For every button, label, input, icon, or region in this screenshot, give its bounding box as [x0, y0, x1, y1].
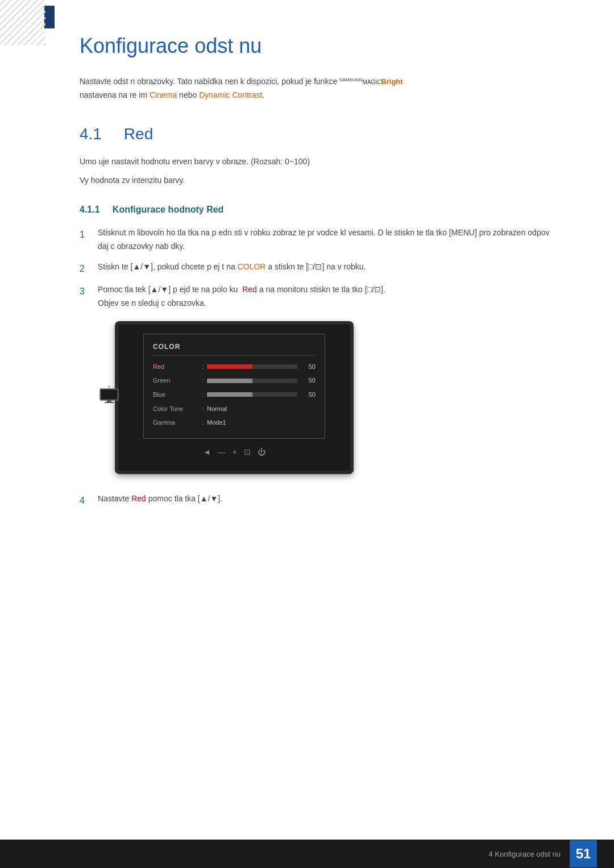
osd-value-green: 50: [302, 375, 316, 386]
svg-point-4: [108, 385, 110, 388]
section-title: Red: [124, 125, 153, 143]
footer-section-label: 4 Konfigurace odst nu: [489, 850, 561, 858]
monitor-screen: COLOR Red : 50: [118, 325, 350, 471]
cinema-label: Cinema: [150, 90, 177, 99]
section-desc2: Vy hodnota zv intenzitu barvy.: [80, 173, 534, 188]
red-ref: Red: [242, 285, 257, 294]
osd-bar-blue-container: [207, 392, 297, 397]
osd-value-gamma: Mode1: [207, 417, 226, 428]
monitor-icon: [98, 384, 121, 412]
osd-panel: COLOR Red : 50: [143, 334, 325, 439]
osd-bar-green: [207, 379, 252, 383]
step-2: 2 Stiskn te [▲/▼], pokud chcete p ej t n…: [80, 260, 557, 276]
step-1-num: 1: [80, 227, 91, 242]
steps-list: 1 Stisknut m libovoln ho tla tka na p ed…: [80, 226, 557, 508]
control-power: ⏻: [258, 446, 265, 459]
footer-page-number: 51: [570, 840, 597, 867]
step-1-text: Stisknut m libovoln ho tla tka na p edn …: [98, 226, 557, 254]
intro-text-part1: Nastavte odst n obrazovky. Tato nabídka …: [80, 77, 337, 86]
osd-value-color-tone: Normal: [207, 404, 227, 414]
osd-label-color-tone: Color Tone: [153, 404, 198, 414]
section-heading: 4.1 Red: [80, 125, 557, 143]
osd-screenshot-container: COLOR Red : 50: [115, 321, 354, 474]
intro-paragraph: Nastavte odst n obrazovky. Tato nabídka …: [80, 75, 546, 102]
step-3-text: Pomoc tla tek [▲/▼] p ejd te na polo ku …: [98, 283, 557, 485]
svg-rect-2: [107, 400, 111, 402]
osd-label-blue: Blue: [153, 389, 198, 400]
color-ref: COLOR: [238, 262, 266, 271]
page-title: Konfigurace odst nu: [80, 34, 557, 58]
intro-conjunction: nebo: [179, 90, 199, 99]
osd-row-green: Green : 50: [153, 375, 316, 386]
control-plus: +: [233, 446, 237, 459]
step-4: 4 Nastavte Red pomoc tla tka [▲/▼].: [80, 492, 557, 508]
osd-value-red: 50: [302, 362, 316, 372]
step-1: 1 Stisknut m libovoln ho tla tka na p ed…: [80, 226, 557, 254]
osd-bar-red-container: [207, 364, 297, 369]
osd-bar-red: [207, 364, 252, 369]
control-minus: —: [218, 446, 226, 459]
monitor-controls: ◄ — + ⊡ ⏻: [127, 443, 341, 462]
step-3-num: 3: [80, 284, 91, 299]
subsection-title-text: Konfigurace hodnoty Red: [113, 205, 224, 214]
osd-label-gamma: Gamma: [153, 417, 198, 428]
svg-rect-3: [105, 402, 114, 403]
samsung-magic-bright: SAMSUNGMAGICBright: [339, 78, 403, 85]
step-4-num: 4: [80, 493, 91, 508]
footer: 4 Konfigurace odst nu 51: [0, 840, 614, 868]
dynamic-contrast-label: Dynamic Contrast: [199, 90, 262, 99]
osd-bar-blue: [207, 392, 252, 397]
intro-end: .: [262, 90, 264, 99]
osd-label-green: Green: [153, 375, 198, 386]
step-3: 3 Pomoc tla tek [▲/▼] p ejd te na polo k…: [80, 283, 557, 485]
svg-rect-1: [101, 390, 117, 399]
subsection-number: 4.1.1: [80, 205, 100, 214]
control-left: ◄: [203, 446, 211, 459]
osd-label-red: Red: [153, 362, 198, 372]
osd-row-red: Red : 50: [153, 362, 316, 372]
osd-bar-green-container: [207, 379, 297, 383]
section-number: 4.1: [80, 125, 102, 143]
red-ref-2: Red: [131, 494, 146, 503]
osd-row-gamma: Gamma : Mode1: [153, 417, 316, 428]
osd-row-color-tone: Color Tone : Normal: [153, 404, 316, 414]
step-2-text: Stiskn te [▲/▼], pokud chcete p ej t na …: [98, 260, 557, 274]
monitor-bezel: COLOR Red : 50: [115, 321, 354, 474]
osd-row-blue: Blue : 50: [153, 389, 316, 400]
osd-value-blue: 50: [302, 389, 316, 400]
intro-text-part2: nastavena na re im: [80, 90, 147, 99]
step-4-text: Nastavte Red pomoc tla tka [▲/▼].: [98, 492, 557, 506]
subsection-heading: 4.1.1 Konfigurace hodnoty Red: [80, 205, 557, 215]
osd-title: COLOR: [153, 341, 316, 355]
step-2-num: 2: [80, 261, 91, 276]
corner-decoration: [0, 0, 45, 45]
section-desc1: Umo uje nastavit hodnotu erven barvy v o…: [80, 155, 534, 169]
control-select: ⊡: [244, 446, 251, 459]
